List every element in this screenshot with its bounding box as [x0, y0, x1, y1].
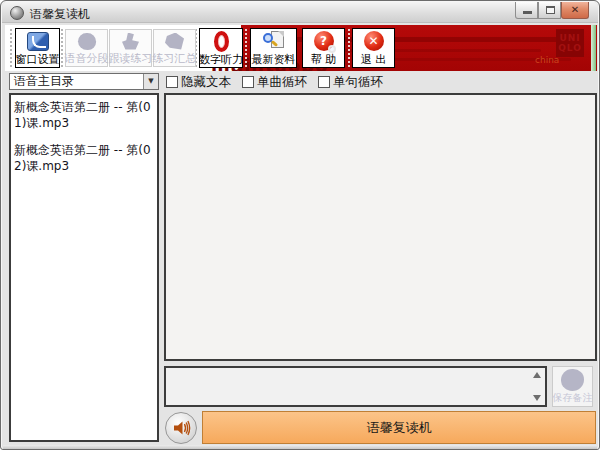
voice-segmentation-icon	[66, 30, 107, 52]
minimize-icon	[523, 11, 532, 14]
scroll-down-icon[interactable]	[533, 395, 541, 401]
single-sentence-loop-checkbox[interactable]: 单句循环	[318, 74, 383, 90]
banner-watermark-subtext: china	[535, 55, 559, 65]
checkbox-icon[interactable]	[242, 76, 254, 88]
hide-text-checkbox[interactable]: 隐藏文本	[166, 74, 231, 90]
maximize-icon	[546, 6, 555, 14]
uniqlo-watermark-logo: UNI QLO	[556, 29, 584, 57]
voice-segmentation-button: 语音分段	[65, 29, 108, 67]
option-checkboxes: 隐藏文本 单曲循环 单句循环	[166, 74, 383, 90]
app-window: 语馨复读机 ✕ maintaobo UNI QLO china 窗口设置	[0, 0, 600, 450]
toolbar-gripper	[245, 29, 247, 67]
banner-streak	[311, 49, 541, 52]
caption-buttons: ✕	[515, 2, 589, 19]
main-player-button[interactable]: 语馨复读机	[202, 411, 596, 444]
close-icon: ✕	[562, 4, 588, 15]
playlist-item[interactable]: 新概念英语第二册 -- 第(02)课.mp3	[14, 142, 154, 174]
checkbox-icon[interactable]	[318, 76, 330, 88]
window-bottom-frame	[3, 445, 597, 450]
scroll-up-icon[interactable]	[533, 372, 541, 378]
voice-directory-select[interactable]: 语音主目录 ▼	[9, 73, 159, 90]
playlist-panel[interactable]: 新概念英语第二册 -- 第(01)课.mp3 新概念英语第二册 -- 第(02)…	[9, 93, 159, 442]
save-note-button: 保存备注	[552, 366, 593, 407]
single-track-loop-checkbox[interactable]: 单曲循环	[242, 74, 307, 90]
minimize-button[interactable]	[515, 2, 538, 19]
number-listening-button[interactable]: 数字听力	[199, 28, 243, 68]
exit-icon: ✕	[353, 29, 394, 53]
app-icon	[10, 6, 24, 20]
dropdown-arrow-icon[interactable]: ▼	[143, 74, 158, 89]
exit-button[interactable]: ✕ 退 出	[352, 28, 395, 68]
toolbar: maintaobo UNI QLO china 窗口设置 语音分段 跟读练习 练…	[5, 25, 597, 71]
practice-summary-button: 练习汇总	[153, 29, 196, 67]
toolbar-gripper	[10, 29, 12, 67]
number-listening-icon	[200, 29, 242, 53]
close-button[interactable]: ✕	[561, 2, 589, 19]
save-note-icon	[561, 369, 584, 391]
follow-reading-button: 跟读练习	[109, 29, 152, 67]
checkbox-icon[interactable]	[166, 76, 178, 88]
note-input[interactable]	[166, 368, 545, 405]
playlist-item[interactable]: 新概念英语第二册 -- 第(01)课.mp3	[14, 99, 154, 131]
help-button[interactable]: ? 帮 助	[302, 28, 345, 68]
toolbar-gripper	[348, 29, 350, 67]
banner-green-strip	[591, 25, 596, 71]
practice-summary-icon	[154, 30, 195, 52]
latest-materials-icon	[251, 29, 296, 53]
speaker-icon	[171, 418, 191, 438]
window-title: 语馨复读机	[30, 6, 90, 23]
help-icon: ?	[303, 29, 344, 53]
maximize-button[interactable]	[538, 2, 561, 19]
toolbar-gripper	[61, 29, 63, 67]
window-settings-icon	[16, 29, 59, 53]
speaker-button[interactable]	[165, 412, 197, 444]
note-panel	[164, 366, 547, 407]
title-bar[interactable]: 语馨复读机 ✕	[2, 2, 598, 23]
latest-materials-button[interactable]: 最新资料	[250, 28, 297, 68]
text-display-area[interactable]	[164, 93, 597, 361]
window-settings-button[interactable]: 窗口设置	[15, 28, 60, 68]
follow-reading-icon	[110, 30, 151, 52]
